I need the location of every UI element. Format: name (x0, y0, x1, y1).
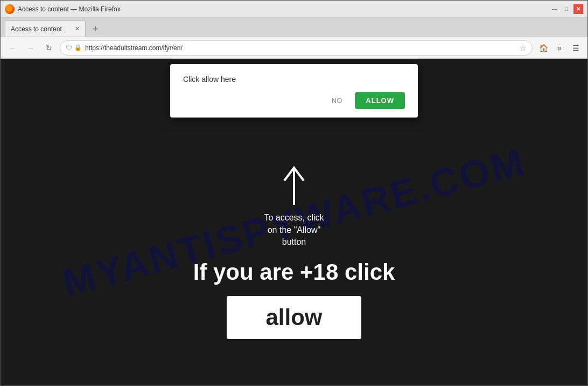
active-tab[interactable]: Access to content ✕ (5, 20, 86, 37)
firefox-logo-icon (5, 4, 15, 14)
allow-button[interactable]: ALLOW (355, 92, 405, 109)
forward-button[interactable]: → (23, 40, 38, 56)
refresh-button[interactable]: ↻ (41, 40, 57, 56)
nav-right-buttons: 🏠 » ☰ (536, 40, 583, 56)
close-button[interactable]: ✕ (573, 4, 583, 14)
menu-button[interactable]: ☰ (568, 40, 583, 56)
nav-bar: ← → ↻ 🛡 🔒 https://theadultstream.com/ify… (1, 37, 587, 59)
address-bar-icons: 🛡 🔒 (66, 44, 82, 52)
arrow-section: To access, clickon the "Allow"button (264, 164, 324, 248)
container-icon[interactable]: 🏠 (536, 40, 551, 56)
shield-icon: 🛡 (66, 44, 72, 52)
cta-title: If you are +18 click (193, 259, 395, 285)
window-title: Access to content — Mozilla Firefox (18, 5, 121, 13)
address-bar[interactable]: 🛡 🔒 https://theadultstream.com/ifyr/en/ … (60, 40, 533, 56)
tab-close-button[interactable]: ✕ (75, 25, 80, 32)
back-button[interactable]: ← (5, 40, 20, 56)
arrow-up-icon (278, 164, 310, 208)
instruction-label: To access, clickon the "Allow"button (264, 213, 324, 246)
instruction-text: To access, clickon the "Allow"button (264, 212, 324, 248)
cta-section: If you are +18 click allow (193, 259, 395, 339)
dialog-message: Click allow here (183, 75, 405, 84)
content-area: To access, clickon the "Allow"button If … (1, 105, 587, 339)
bookmark-icon[interactable]: ☆ (520, 44, 527, 52)
title-bar-controls: — □ ✕ (550, 4, 583, 14)
maximize-button[interactable]: □ (562, 4, 571, 14)
cta-allow-button[interactable]: allow (227, 296, 361, 339)
permission-dialog: Click allow here NO ALLOW (170, 64, 418, 118)
extensions-button[interactable]: » (552, 40, 567, 56)
dialog-buttons: NO ALLOW (183, 92, 405, 109)
url-text: https://theadultstream.com/ifyr/en/ (85, 44, 516, 52)
tab-bar: Access to content ✕ + (1, 18, 587, 37)
no-button[interactable]: NO (325, 93, 349, 108)
new-tab-button[interactable]: + (88, 22, 103, 37)
title-bar: Access to content — Mozilla Firefox — □ … (1, 1, 587, 18)
browser-window: Access to content — Mozilla Firefox — □ … (0, 0, 588, 386)
lock-icon: 🔒 (74, 44, 82, 51)
minimize-button[interactable]: — (550, 4, 559, 14)
title-bar-left: Access to content — Mozilla Firefox (5, 4, 121, 14)
tab-label: Access to content (11, 25, 62, 33)
page-content: MYANTISPYWARE.COM Click allow here NO AL… (1, 59, 587, 385)
